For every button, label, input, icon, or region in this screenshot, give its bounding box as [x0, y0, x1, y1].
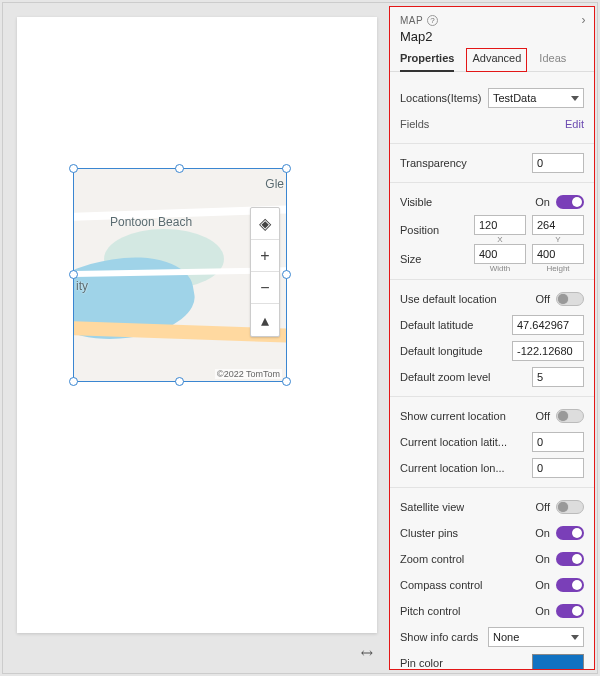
collapse-panel-button[interactable]: ›	[582, 13, 587, 27]
tab-properties[interactable]: Properties	[400, 48, 454, 72]
tab-advanced[interactable]: Advanced	[466, 48, 527, 72]
size-h-input[interactable]	[532, 244, 584, 264]
toggle-state: On	[535, 527, 550, 539]
map-attribution: ©2022 TomTom	[215, 369, 282, 379]
default-location-toggle[interactable]	[556, 292, 584, 306]
object-name[interactable]: Map2	[390, 29, 594, 48]
properties-scroll[interactable]: Locations(Items) TestData Fields Edit Tr…	[390, 79, 594, 669]
prop-label: Zoom control	[400, 553, 464, 565]
prop-label: Transparency	[400, 157, 467, 169]
prop-label: Current location lon...	[400, 462, 505, 474]
toggle-state: Off	[536, 293, 550, 305]
map-label-city: ity	[76, 279, 88, 293]
sublabel-width: Width	[474, 264, 526, 273]
resize-handle-se[interactable]	[282, 377, 291, 386]
zoom-control-toggle[interactable]	[556, 552, 584, 566]
control-type-label: MAP	[400, 15, 423, 26]
infocards-dropdown[interactable]: None	[488, 627, 584, 647]
prop-label: Compass control	[400, 579, 483, 591]
default-lat-input[interactable]	[512, 315, 584, 335]
current-location-toggle[interactable]	[556, 409, 584, 423]
default-lon-input[interactable]	[512, 341, 584, 361]
canvas-resize-icon[interactable]: ⤢	[357, 642, 379, 664]
prop-label: Pin color	[400, 657, 443, 669]
pitch-control-toggle[interactable]	[556, 604, 584, 618]
prop-label: Default zoom level	[400, 371, 491, 383]
resize-handle-n[interactable]	[175, 164, 184, 173]
map-label-city: Pontoon Beach	[110, 215, 192, 229]
map-label-city: Gle	[265, 177, 284, 191]
current-lat-input[interactable]	[532, 432, 584, 452]
map-control-stack: ◈ + − ▴	[250, 207, 280, 337]
toggle-state: On	[535, 553, 550, 565]
map-viewport[interactable]: Pontoon Beach Gle ity ◈ + − ▴ ©2022 TomT…	[74, 169, 286, 381]
map-control-selected[interactable]: Pontoon Beach Gle ity ◈ + − ▴ ©2022 TomT…	[74, 169, 286, 381]
toggle-state: On	[535, 605, 550, 617]
prop-label: Pitch control	[400, 605, 461, 617]
sublabel-height: Height	[532, 264, 584, 273]
resize-handle-nw[interactable]	[69, 164, 78, 173]
prop-label: Default longitude	[400, 345, 483, 357]
prop-label: Satellite view	[400, 501, 464, 513]
prop-label: Size	[400, 253, 421, 265]
toggle-state: On	[535, 579, 550, 591]
prop-label: Show current location	[400, 410, 506, 422]
prop-label: Use default location	[400, 293, 497, 305]
position-y-input[interactable]	[532, 215, 584, 235]
resize-handle-ne[interactable]	[282, 164, 291, 173]
prop-label: Default latitude	[400, 319, 473, 331]
help-icon[interactable]: ?	[427, 15, 438, 26]
sublabel-y: Y	[532, 235, 584, 244]
prop-label: Current location latit...	[400, 436, 507, 448]
cluster-toggle[interactable]	[556, 526, 584, 540]
satellite-toggle[interactable]	[556, 500, 584, 514]
prop-label: Cluster pins	[400, 527, 458, 539]
prop-label: Locations(Items)	[400, 92, 481, 104]
prop-label: Visible	[400, 196, 432, 208]
resize-handle-sw[interactable]	[69, 377, 78, 386]
edit-fields-link[interactable]: Edit	[565, 118, 584, 130]
prop-label: Position	[400, 224, 439, 236]
sublabel-x: X	[474, 235, 526, 244]
zoom-in-button[interactable]: +	[251, 240, 279, 272]
toggle-state: On	[535, 196, 550, 208]
compass-button[interactable]: ◈	[251, 208, 279, 240]
visible-toggle[interactable]	[556, 195, 584, 209]
position-x-input[interactable]	[474, 215, 526, 235]
canvas-artboard: Pontoon Beach Gle ity ◈ + − ▴ ©2022 TomT…	[17, 17, 377, 633]
resize-handle-s[interactable]	[175, 377, 184, 386]
tab-ideas[interactable]: Ideas	[539, 48, 566, 71]
prop-label: Fields	[400, 118, 429, 130]
resize-handle-w[interactable]	[69, 270, 78, 279]
toggle-state: Off	[536, 410, 550, 422]
zoom-out-button[interactable]: −	[251, 272, 279, 304]
prop-label: Show info cards	[400, 631, 478, 643]
default-zoom-input[interactable]	[532, 367, 584, 387]
current-lon-input[interactable]	[532, 458, 584, 478]
compass-control-toggle[interactable]	[556, 578, 584, 592]
transparency-input[interactable]	[532, 153, 584, 173]
panel-tabs: Properties Advanced Ideas	[390, 48, 594, 72]
resize-handle-e[interactable]	[282, 270, 291, 279]
locations-dropdown[interactable]: TestData	[488, 88, 584, 108]
properties-panel: MAP ? › Map2 Properties Advanced Ideas L…	[389, 6, 595, 670]
toggle-state: Off	[536, 501, 550, 513]
pin-color-swatch[interactable]	[532, 654, 584, 669]
pitch-button[interactable]: ▴	[251, 304, 279, 336]
size-w-input[interactable]	[474, 244, 526, 264]
